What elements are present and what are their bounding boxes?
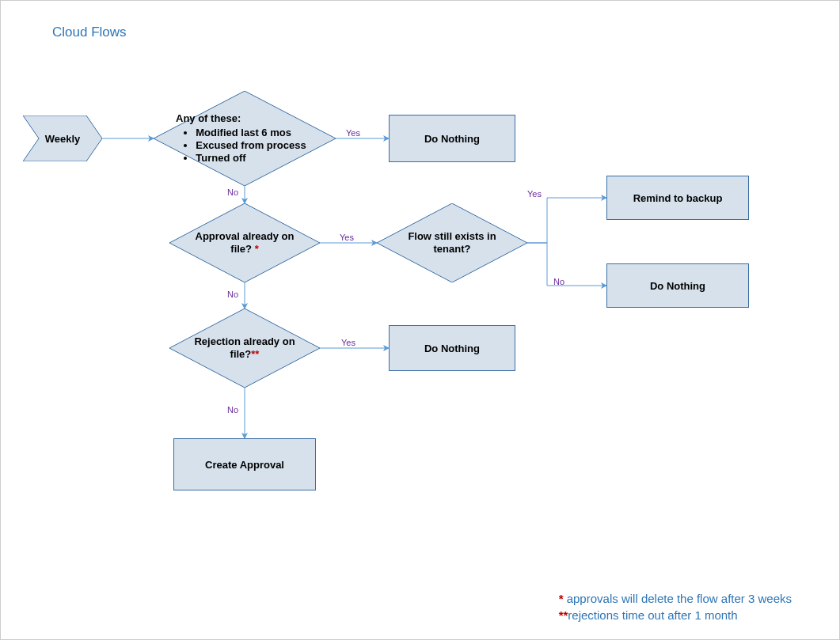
d1-header: Any of these: — [168, 112, 321, 125]
footnote-1-text: approvals will delete the flow after 3 w… — [567, 592, 792, 605]
edge-d1-no: No — [227, 187, 238, 197]
decision-approval-on-file: Approval already on file? * — [169, 203, 320, 282]
edge-d2-yes: Yes — [340, 233, 354, 242]
d4-text: Rejection already on file? — [194, 335, 295, 360]
footnote-2-text: rejections time out after 1 month — [568, 608, 737, 622]
footnotes: * approvals will delete the flow after 3… — [559, 590, 792, 623]
edge-d1-yes: Yes — [346, 128, 360, 138]
edge-d3-no: No — [553, 277, 564, 286]
footnote-1-marker: * — [559, 592, 567, 605]
process-remind-backup: Remind to backup — [606, 176, 749, 220]
edge-d2-no: No — [227, 290, 238, 299]
process-do-nothing-3: Do Nothing — [389, 325, 515, 371]
d1-bullets: Modified last 6 mos Excused from process… — [183, 127, 306, 165]
process-create-approval: Create Approval — [173, 438, 316, 490]
arrows-layer — [1, 1, 840, 640]
d3-text: Flow still exists in tenant? — [391, 230, 513, 256]
process-do-nothing-1: Do Nothing — [389, 115, 515, 162]
start-label: Weekly — [23, 116, 102, 161]
decision-flow-exists: Flow still exists in tenant? — [377, 203, 527, 282]
decision-any-of-these: Any of these: Modified last 6 mos Excuse… — [154, 91, 336, 186]
flowchart-canvas: Cloud Flows Weekly Any of these: Modifie… — [0, 0, 840, 640]
edge-d3-yes: Yes — [527, 189, 542, 199]
process-do-nothing-2: Do Nothing — [606, 263, 749, 308]
d4-note: ** — [251, 348, 259, 360]
footnote-2-marker: ** — [559, 608, 568, 622]
edge-d4-yes: Yes — [341, 338, 355, 347]
edge-d4-no: No — [227, 405, 238, 415]
decision-rejection-on-file: Rejection already on file?** — [169, 309, 320, 388]
d2-text: Approval already on file? — [196, 230, 295, 255]
d2-note: * — [255, 243, 259, 255]
page-title: Cloud Flows — [52, 25, 127, 40]
